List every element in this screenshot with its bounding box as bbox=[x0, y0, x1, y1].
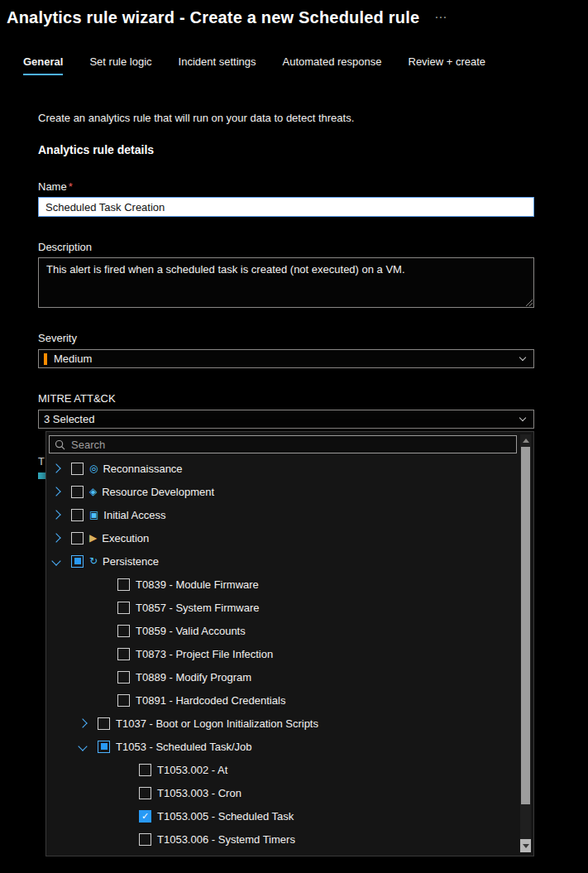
search-box[interactable] bbox=[49, 435, 517, 453]
tree-item-label: T1053.002 - At bbox=[157, 764, 227, 776]
chevron-down-icon[interactable] bbox=[51, 556, 60, 565]
tree-item[interactable]: T1053.006 - Systemd Timers bbox=[46, 827, 533, 851]
checkbox-unchecked[interactable] bbox=[71, 486, 84, 498]
name-label: Name* bbox=[38, 180, 534, 193]
chevron-right-icon[interactable] bbox=[51, 487, 60, 496]
tree-item-label: T0839 - Module Firmware bbox=[136, 578, 259, 591]
tree-item-label: T0859 - Valid Accounts bbox=[136, 625, 246, 637]
checkbox-unchecked[interactable] bbox=[117, 694, 130, 707]
checkbox-unchecked[interactable] bbox=[71, 463, 84, 475]
resource-development-icon: ◈ bbox=[89, 487, 97, 496]
checkbox-unchecked[interactable] bbox=[139, 833, 151, 846]
tree-item[interactable]: T1053.005 - Scheduled Task bbox=[46, 804, 533, 827]
wizard-header: Analytics rule wizard - Create a new Sch… bbox=[0, 0, 588, 27]
chevron-down-icon[interactable] bbox=[78, 741, 87, 751]
checkbox-indeterminate[interactable] bbox=[98, 741, 110, 753]
reconnaissance-icon: ◎ bbox=[89, 463, 98, 473]
section-title: Analytics rule details bbox=[38, 143, 534, 156]
tree-item[interactable]: T0857 - System Firmware bbox=[46, 596, 533, 619]
severity-dropdown[interactable]: Medium bbox=[38, 349, 534, 368]
tree-item-label: Initial Access bbox=[103, 509, 165, 521]
description-input[interactable]: This alert is fired when a scheduled tas… bbox=[38, 257, 534, 308]
more-options-icon[interactable]: ⋯ bbox=[434, 10, 447, 25]
chevron-right-icon[interactable] bbox=[78, 718, 87, 727]
tab-incident-settings[interactable]: Incident settings bbox=[179, 55, 256, 75]
initial-access-icon: ▣ bbox=[89, 510, 98, 520]
checkbox-unchecked[interactable] bbox=[139, 764, 151, 776]
tab-general[interactable]: General bbox=[23, 55, 63, 75]
name-input[interactable] bbox=[38, 197, 534, 217]
checkbox-unchecked[interactable] bbox=[117, 671, 130, 684]
tree-item-label: T1037 - Boot or Logon Initialization Scr… bbox=[116, 717, 318, 730]
checkbox-unchecked[interactable] bbox=[117, 625, 130, 637]
checkbox-unchecked[interactable] bbox=[139, 787, 151, 799]
tree-item-label: Reconnaissance bbox=[103, 463, 182, 475]
chevron-down-icon bbox=[519, 354, 526, 361]
persistence-icon: ↻ bbox=[89, 556, 98, 566]
scroll-down-icon[interactable] bbox=[520, 839, 531, 852]
execution-icon: ▶ bbox=[89, 533, 97, 543]
tree-item[interactable]: T0839 - Module Firmware bbox=[46, 573, 533, 596]
severity-label: Severity bbox=[38, 332, 534, 344]
severity-value: Medium bbox=[54, 353, 92, 365]
scrollbar[interactable] bbox=[520, 434, 531, 852]
tree-item[interactable]: ◈Resource Development bbox=[46, 480, 533, 503]
checkbox-unchecked[interactable] bbox=[117, 602, 130, 614]
checkbox-unchecked[interactable] bbox=[117, 578, 130, 591]
checkbox-indeterminate[interactable] bbox=[71, 555, 84, 568]
tree-item-label: T1053.005 - Scheduled Task bbox=[157, 810, 294, 823]
tree-item[interactable]: T1053.003 - Cron bbox=[46, 781, 533, 804]
tree-item-label: Resource Development bbox=[102, 486, 214, 498]
description-label: Description bbox=[38, 241, 534, 253]
tab-review-create[interactable]: Review + create bbox=[409, 55, 486, 75]
tree-item-label: T0857 - System Firmware bbox=[136, 602, 260, 614]
obscured-link-fragment bbox=[38, 472, 45, 479]
tree-item[interactable]: ◎Reconnaissance bbox=[46, 457, 533, 480]
scrollbar-thumb[interactable] bbox=[521, 447, 530, 804]
tree-item-label: T0873 - Project File Infection bbox=[136, 648, 273, 660]
page-title: Analytics rule wizard - Create a new Sch… bbox=[7, 8, 419, 27]
tree-item-label: T1053.003 - Cron bbox=[157, 787, 241, 799]
tree-item-label: T1053 - Scheduled Task/Job bbox=[116, 741, 252, 753]
tree-item[interactable]: T1053.002 - At bbox=[46, 758, 533, 781]
checkbox-unchecked[interactable] bbox=[98, 717, 110, 730]
chevron-down-icon bbox=[519, 415, 526, 421]
tree-item[interactable]: T0859 - Valid Accounts bbox=[46, 619, 533, 642]
tab-set-rule-logic[interactable]: Set rule logic bbox=[89, 55, 151, 75]
mitre-dropdown-panel: ◎Reconnaissance◈Resource Development▣Ini… bbox=[45, 431, 534, 856]
checkbox-checked[interactable] bbox=[139, 810, 151, 823]
mitre-label: MITRE ATT&CK bbox=[38, 392, 534, 405]
search-input[interactable] bbox=[71, 439, 511, 451]
checkbox-unchecked[interactable] bbox=[71, 532, 84, 544]
tab-automated-response[interactable]: Automated response bbox=[283, 55, 382, 75]
tree-item[interactable]: T1053 - Scheduled Task/Job bbox=[46, 735, 533, 758]
tree-item[interactable]: T0889 - Modify Program bbox=[46, 665, 533, 688]
mitre-value: 3 Selected bbox=[44, 413, 94, 425]
wizard-tabs: GeneralSet rule logicIncident settingsAu… bbox=[23, 55, 588, 75]
tree-item[interactable]: T1037 - Boot or Logon Initialization Scr… bbox=[46, 712, 533, 735]
scroll-up-icon[interactable] bbox=[520, 434, 531, 446]
tree-item[interactable]: ▣Initial Access bbox=[46, 503, 533, 526]
tree-item-label: T0889 - Modify Program bbox=[136, 671, 251, 684]
required-indicator: * bbox=[69, 180, 73, 193]
tree-item[interactable]: T0873 - Project File Infection bbox=[46, 642, 533, 665]
general-tab-content: Create an analytics rule that will run o… bbox=[0, 112, 588, 856]
tree-item-label: T1053.006 - Systemd Timers bbox=[157, 833, 295, 846]
chevron-right-icon[interactable] bbox=[51, 510, 60, 519]
search-icon bbox=[55, 439, 65, 450]
tree-item-label: Persistence bbox=[103, 555, 159, 568]
tree-item[interactable]: ↻Persistence bbox=[46, 549, 533, 573]
tree-item-label: T0891 - Hardcoded Credentials bbox=[136, 694, 285, 707]
mitre-dropdown[interactable]: 3 Selected bbox=[38, 410, 534, 429]
chevron-right-icon[interactable] bbox=[51, 533, 60, 542]
tree-item[interactable]: ▶Execution bbox=[46, 526, 533, 549]
checkbox-unchecked[interactable] bbox=[117, 648, 130, 660]
mitre-tree: ◎Reconnaissance◈Resource Development▣Ini… bbox=[46, 457, 533, 851]
intro-text: Create an analytics rule that will run o… bbox=[38, 112, 534, 124]
severity-color-indicator bbox=[44, 353, 47, 365]
tree-item-label: Execution bbox=[102, 532, 149, 544]
chevron-right-icon[interactable] bbox=[51, 463, 60, 472]
checkbox-unchecked[interactable] bbox=[71, 509, 84, 521]
obscured-text-fragment: T bbox=[38, 455, 45, 468]
tree-item[interactable]: T0891 - Hardcoded Credentials bbox=[46, 688, 533, 712]
